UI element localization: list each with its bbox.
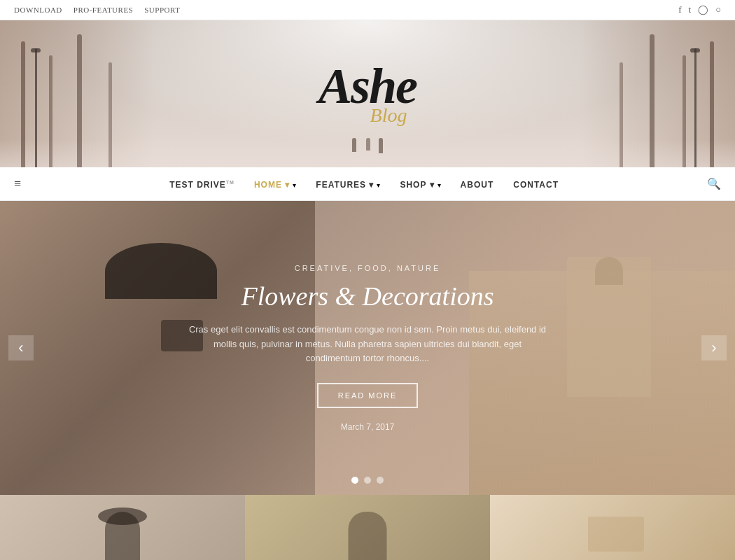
hat-silhouette-1 <box>98 507 147 525</box>
lamp-post-2 <box>694 48 696 167</box>
nav-link-contact[interactable]: CONTACT <box>513 180 559 190</box>
site-title: Ashe Blog <box>318 61 416 127</box>
hero-prev-button[interactable]: ‹ <box>8 335 34 360</box>
hero-excerpt: Cras eget elit convallis est condimentum… <box>186 323 550 366</box>
header-banner: Ashe Blog <box>0 20 735 167</box>
nav-link-home[interactable]: HOME ▾ <box>254 180 290 190</box>
thumb-bg-1 <box>0 495 245 560</box>
hero-dots <box>351 477 384 484</box>
top-bar: DOWNLOAD PRO-FEATURES SUPPORT f t ◯ ○ <box>0 0 735 20</box>
top-bar-links: DOWNLOAD PRO-FEATURES SUPPORT <box>14 6 180 14</box>
thumb-bg-2 <box>245 495 490 560</box>
thumbnails-row: DOWNLOAD FEATURES TRY PRO-VERSION <box>0 495 735 560</box>
support-link[interactable]: SUPPORT <box>144 6 180 14</box>
test-drive-badge: TM <box>226 180 234 185</box>
hero-slider: CREATIVE, FOOD, NATURE Flowers & Decorat… <box>0 201 735 495</box>
hero-category: CREATIVE, FOOD, NATURE <box>295 264 441 272</box>
lamp-head-2 <box>690 48 700 52</box>
nav-link-shop[interactable]: SHOP ▾ <box>400 180 434 190</box>
lamp-post-1 <box>35 48 37 167</box>
nav-item-shop[interactable]: SHOP ▾ <box>400 178 440 190</box>
tree-trunk-7 <box>650 34 654 167</box>
hero-dot-1[interactable] <box>351 477 358 484</box>
nav-item-test-drive[interactable]: TEST DRIVETM <box>169 178 234 190</box>
tree-trunk-4 <box>108 62 112 167</box>
person-silhouette-2 <box>349 512 387 560</box>
tree-trunk-5 <box>710 41 714 167</box>
pro-features-link[interactable]: PRO-FEATURES <box>74 6 133 14</box>
nav-link-test-drive[interactable]: TEST DRIVETM <box>169 180 234 190</box>
hero-content: CREATIVE, FOOD, NATURE Flowers & Decorat… <box>0 201 735 495</box>
navigation: ≡ TEST DRIVETM HOME ▾ FEATURES ▾ SHOP ▾ … <box>0 167 735 201</box>
nav-link-features[interactable]: FEATURES ▾ <box>316 180 374 190</box>
read-more-button[interactable]: READ MORE <box>317 383 419 408</box>
food-shape <box>588 517 644 552</box>
nav-item-about[interactable]: ABOUT <box>461 178 494 190</box>
tree-trunk-2 <box>49 55 52 167</box>
download-link[interactable]: DOWNLOAD <box>14 6 62 14</box>
thumb-bg-3 <box>490 495 735 560</box>
hero-title: Flowers & Decorations <box>241 281 494 312</box>
thumbnail-download[interactable]: DOWNLOAD <box>0 495 245 560</box>
nav-menu: TEST DRIVETM HOME ▾ FEATURES ▾ SHOP ▾ AB… <box>169 178 559 190</box>
people-silhouettes <box>352 138 383 153</box>
nav-item-contact[interactable]: CONTACT <box>513 178 559 190</box>
hero-next-button[interactable]: › <box>701 335 727 360</box>
pinterest-icon[interactable]: ○ <box>715 4 721 15</box>
twitter-icon[interactable]: t <box>689 4 692 15</box>
instagram-icon[interactable]: ◯ <box>698 4 708 15</box>
hero-dot-3[interactable] <box>377 477 384 484</box>
tree-trunk-3 <box>77 34 82 167</box>
tree-trunk-8 <box>620 62 623 167</box>
nav-item-features[interactable]: FEATURES ▾ <box>316 178 380 190</box>
nav-link-about[interactable]: ABOUT <box>461 180 494 190</box>
hamburger-menu[interactable]: ≡ <box>14 176 21 191</box>
tree-trunk-6 <box>682 55 686 167</box>
thumbnail-pro[interactable]: TRY PRO-VERSION <box>490 495 735 560</box>
lamp-head-1 <box>31 48 41 52</box>
facebook-icon[interactable]: f <box>678 4 681 15</box>
nav-item-home[interactable]: HOME ▾ <box>254 178 296 190</box>
tree-trunk-1 <box>21 41 25 167</box>
hero-date: March 7, 2017 <box>341 422 395 432</box>
thumbnail-features[interactable]: FEATURES <box>245 495 490 560</box>
hero-dot-2[interactable] <box>364 477 371 484</box>
social-icons: f t ◯ ○ <box>678 4 721 15</box>
search-icon[interactable]: 🔍 <box>707 177 721 190</box>
